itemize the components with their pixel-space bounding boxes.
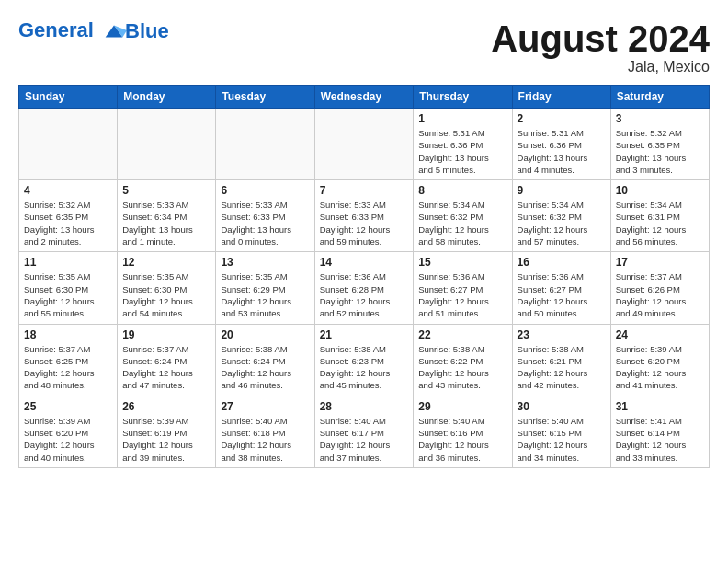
calendar-cell: 31Sunrise: 5:41 AMSunset: 6:14 PMDayligh…	[610, 396, 709, 467]
calendar-cell: 6Sunrise: 5:33 AMSunset: 6:33 PMDaylight…	[216, 180, 314, 252]
day-number: 10	[616, 184, 704, 197]
calendar-cell: 30Sunrise: 5:40 AMSunset: 6:15 PMDayligh…	[512, 396, 610, 467]
calendar-cell: 18Sunrise: 5:37 AMSunset: 6:25 PMDayligh…	[19, 324, 118, 396]
day-info: Sunrise: 5:34 AMSunset: 6:32 PMDaylight:…	[518, 199, 606, 247]
calendar-cell: 13Sunrise: 5:35 AMSunset: 6:29 PMDayligh…	[216, 252, 314, 324]
day-info: Sunrise: 5:34 AMSunset: 6:32 PMDaylight:…	[418, 199, 506, 247]
day-info: Sunrise: 5:40 AMSunset: 6:18 PMDaylight:…	[221, 415, 309, 464]
weekday-saturday: Saturday	[610, 86, 709, 109]
day-info: Sunrise: 5:31 AMSunset: 6:36 PMDaylight:…	[418, 127, 506, 176]
day-info: Sunrise: 5:40 AMSunset: 6:17 PMDaylight:…	[320, 415, 409, 464]
calendar-cell: 17Sunrise: 5:37 AMSunset: 6:26 PMDayligh…	[610, 252, 709, 324]
day-number: 3	[616, 112, 704, 125]
day-info: Sunrise: 5:36 AMSunset: 6:28 PMDaylight:…	[320, 270, 409, 319]
day-number: 26	[122, 400, 210, 413]
calendar-cell: 16Sunrise: 5:36 AMSunset: 6:27 PMDayligh…	[512, 252, 610, 324]
calendar-cell: 2Sunrise: 5:31 AMSunset: 6:36 PMDaylight…	[512, 109, 610, 180]
day-info: Sunrise: 5:36 AMSunset: 6:27 PMDaylight:…	[518, 270, 606, 319]
weekday-sunday: Sunday	[19, 86, 118, 109]
day-number: 23	[518, 328, 606, 341]
weekday-thursday: Thursday	[414, 86, 512, 109]
day-number: 27	[221, 400, 309, 413]
calendar-cell: 1Sunrise: 5:31 AMSunset: 6:36 PMDaylight…	[414, 109, 512, 180]
calendar-cell: 4Sunrise: 5:32 AMSunset: 6:35 PMDaylight…	[19, 180, 118, 252]
day-info: Sunrise: 5:39 AMSunset: 6:20 PMDaylight:…	[24, 415, 112, 464]
calendar-cell: 26Sunrise: 5:39 AMSunset: 6:19 PMDayligh…	[118, 396, 216, 467]
day-info: Sunrise: 5:40 AMSunset: 6:16 PMDaylight:…	[418, 415, 506, 464]
calendar-cell: 22Sunrise: 5:38 AMSunset: 6:22 PMDayligh…	[414, 324, 512, 396]
day-number: 31	[616, 400, 704, 413]
day-number: 17	[616, 256, 704, 269]
week-row-4: 18Sunrise: 5:37 AMSunset: 6:25 PMDayligh…	[19, 324, 710, 396]
day-number: 24	[616, 328, 704, 341]
day-number: 18	[24, 328, 112, 341]
day-info: Sunrise: 5:32 AMSunset: 6:35 PMDaylight:…	[24, 199, 112, 247]
day-number: 12	[122, 256, 210, 269]
day-number: 16	[518, 256, 606, 269]
day-info: Sunrise: 5:41 AMSunset: 6:14 PMDaylight:…	[616, 415, 704, 464]
day-number: 25	[24, 400, 112, 413]
day-number: 29	[418, 400, 506, 413]
calendar-cell: 21Sunrise: 5:38 AMSunset: 6:23 PMDayligh…	[314, 324, 414, 396]
calendar-header: SundayMondayTuesdayWednesdayThursdayFrid…	[19, 86, 710, 109]
weekday-tuesday: Tuesday	[216, 86, 314, 109]
calendar-cell: 10Sunrise: 5:34 AMSunset: 6:31 PMDayligh…	[610, 180, 709, 252]
calendar-cell: 27Sunrise: 5:40 AMSunset: 6:18 PMDayligh…	[216, 396, 314, 467]
calendar-cell	[314, 109, 414, 180]
weekday-wednesday: Wednesday	[314, 86, 414, 109]
day-number: 5	[122, 184, 210, 197]
day-number: 2	[518, 112, 606, 125]
day-info: Sunrise: 5:39 AMSunset: 6:20 PMDaylight:…	[616, 343, 704, 392]
calendar-cell: 24Sunrise: 5:39 AMSunset: 6:20 PMDayligh…	[610, 324, 709, 396]
page-header: General Blue August 2024 Jala, Mexico	[18, 18, 710, 75]
day-info: Sunrise: 5:37 AMSunset: 6:26 PMDaylight:…	[616, 270, 704, 319]
day-number: 4	[24, 184, 112, 197]
calendar-cell: 9Sunrise: 5:34 AMSunset: 6:32 PMDaylight…	[512, 180, 610, 252]
title-block: August 2024 Jala, Mexico	[491, 18, 710, 75]
calendar-cell	[19, 109, 118, 180]
week-row-2: 4Sunrise: 5:32 AMSunset: 6:35 PMDaylight…	[19, 180, 710, 252]
day-info: Sunrise: 5:33 AMSunset: 6:33 PMDaylight:…	[320, 199, 409, 247]
calendar-cell: 7Sunrise: 5:33 AMSunset: 6:33 PMDaylight…	[314, 180, 414, 252]
day-number: 9	[518, 184, 606, 197]
day-number: 1	[418, 112, 506, 125]
day-info: Sunrise: 5:34 AMSunset: 6:31 PMDaylight:…	[616, 199, 704, 247]
calendar-cell: 29Sunrise: 5:40 AMSunset: 6:16 PMDayligh…	[414, 396, 512, 467]
calendar-cell: 8Sunrise: 5:34 AMSunset: 6:32 PMDaylight…	[414, 180, 512, 252]
calendar-cell: 19Sunrise: 5:37 AMSunset: 6:24 PMDayligh…	[118, 324, 216, 396]
logo-text: General	[18, 18, 127, 44]
day-info: Sunrise: 5:35 AMSunset: 6:29 PMDaylight:…	[221, 270, 309, 319]
calendar-cell: 20Sunrise: 5:38 AMSunset: 6:24 PMDayligh…	[216, 324, 314, 396]
calendar-cell: 3Sunrise: 5:32 AMSunset: 6:35 PMDaylight…	[610, 109, 709, 180]
weekday-header-row: SundayMondayTuesdayWednesdayThursdayFrid…	[19, 86, 710, 109]
day-info: Sunrise: 5:37 AMSunset: 6:25 PMDaylight:…	[24, 343, 112, 392]
day-number: 19	[122, 328, 210, 341]
calendar-cell: 11Sunrise: 5:35 AMSunset: 6:30 PMDayligh…	[19, 252, 118, 324]
day-info: Sunrise: 5:39 AMSunset: 6:19 PMDaylight:…	[122, 415, 210, 464]
day-info: Sunrise: 5:33 AMSunset: 6:34 PMDaylight:…	[122, 199, 210, 247]
day-info: Sunrise: 5:38 AMSunset: 6:21 PMDaylight:…	[518, 343, 606, 392]
calendar-cell	[118, 109, 216, 180]
day-info: Sunrise: 5:37 AMSunset: 6:24 PMDaylight:…	[122, 343, 210, 392]
day-number: 6	[221, 184, 309, 197]
calendar-cell: 5Sunrise: 5:33 AMSunset: 6:34 PMDaylight…	[118, 180, 216, 252]
month-title: August 2024	[491, 18, 710, 59]
calendar-cell: 14Sunrise: 5:36 AMSunset: 6:28 PMDayligh…	[314, 252, 414, 324]
week-row-3: 11Sunrise: 5:35 AMSunset: 6:30 PMDayligh…	[19, 252, 710, 324]
day-number: 14	[320, 256, 409, 269]
day-info: Sunrise: 5:31 AMSunset: 6:36 PMDaylight:…	[518, 127, 606, 176]
calendar-cell	[216, 109, 314, 180]
day-number: 30	[518, 400, 606, 413]
day-number: 22	[418, 328, 506, 341]
weekday-friday: Friday	[512, 86, 610, 109]
day-info: Sunrise: 5:35 AMSunset: 6:30 PMDaylight:…	[24, 270, 112, 319]
day-info: Sunrise: 5:33 AMSunset: 6:33 PMDaylight:…	[221, 199, 309, 247]
day-number: 7	[320, 184, 409, 197]
day-info: Sunrise: 5:38 AMSunset: 6:24 PMDaylight:…	[221, 343, 309, 392]
day-info: Sunrise: 5:32 AMSunset: 6:35 PMDaylight:…	[616, 127, 704, 176]
calendar-cell: 12Sunrise: 5:35 AMSunset: 6:30 PMDayligh…	[118, 252, 216, 324]
day-info: Sunrise: 5:38 AMSunset: 6:22 PMDaylight:…	[418, 343, 506, 392]
day-number: 20	[221, 328, 309, 341]
day-number: 13	[221, 256, 309, 269]
calendar-table: SundayMondayTuesdayWednesdayThursdayFrid…	[18, 85, 710, 468]
